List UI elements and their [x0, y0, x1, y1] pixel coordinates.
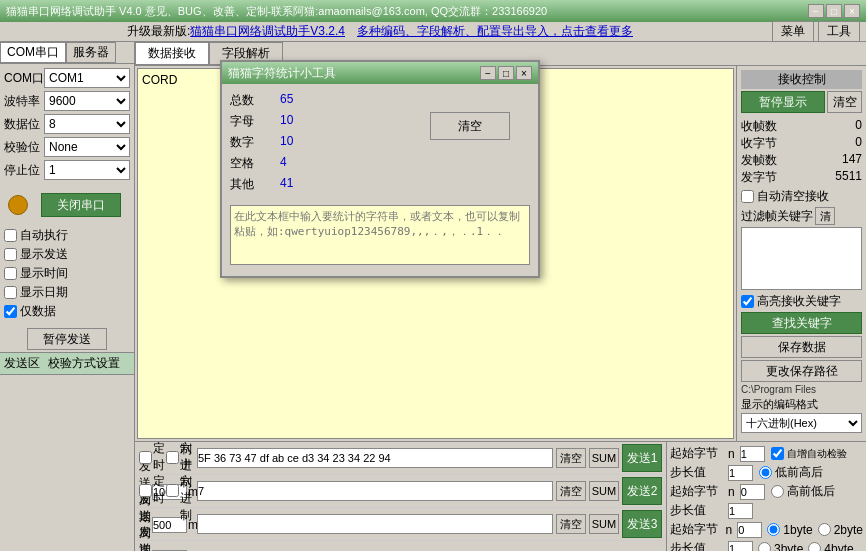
popup-content: 总数 65 字母 10 数字 10 空格 4: [222, 84, 538, 205]
popup-title-buttons: − □ ×: [480, 66, 532, 80]
popup-right: 清空: [430, 92, 530, 197]
popup-max-button[interactable]: □: [498, 66, 514, 80]
popup-overlay: 猫猫字符统计小工具 − □ × 总数 65 字母 10: [0, 0, 866, 551]
popup-digit-label: 数字: [230, 134, 280, 151]
popup-space-value: 4: [280, 155, 310, 172]
popup-other-value: 41: [280, 176, 310, 193]
popup-close-button[interactable]: ×: [516, 66, 532, 80]
popup-space-row: 空格 4: [230, 155, 420, 172]
popup-space-label: 空格: [230, 155, 280, 172]
popup-digit-row: 数字 10: [230, 134, 420, 151]
popup-total-value: 65: [280, 92, 310, 109]
popup-textarea[interactable]: [230, 205, 530, 265]
popup-upper-label: 字母: [230, 113, 280, 130]
popup-min-button[interactable]: −: [480, 66, 496, 80]
popup-total-row: 总数 65: [230, 92, 420, 109]
popup-title-bar: 猫猫字符统计小工具 − □ ×: [222, 62, 538, 84]
popup-other-row: 其他 41: [230, 176, 420, 193]
popup-stats: 总数 65 字母 10 数字 10 空格 4: [230, 92, 420, 197]
popup-upper-value: 10: [280, 113, 310, 130]
popup-total-label: 总数: [230, 92, 280, 109]
popup-upper-row: 字母 10: [230, 113, 420, 130]
popup-other-label: 其他: [230, 176, 280, 193]
popup-digit-value: 10: [280, 134, 310, 151]
popup-dialog: 猫猫字符统计小工具 − □ × 总数 65 字母 10: [220, 60, 540, 278]
popup-clear-button[interactable]: 清空: [430, 112, 510, 140]
popup-title-text: 猫猫字符统计小工具: [228, 65, 336, 82]
